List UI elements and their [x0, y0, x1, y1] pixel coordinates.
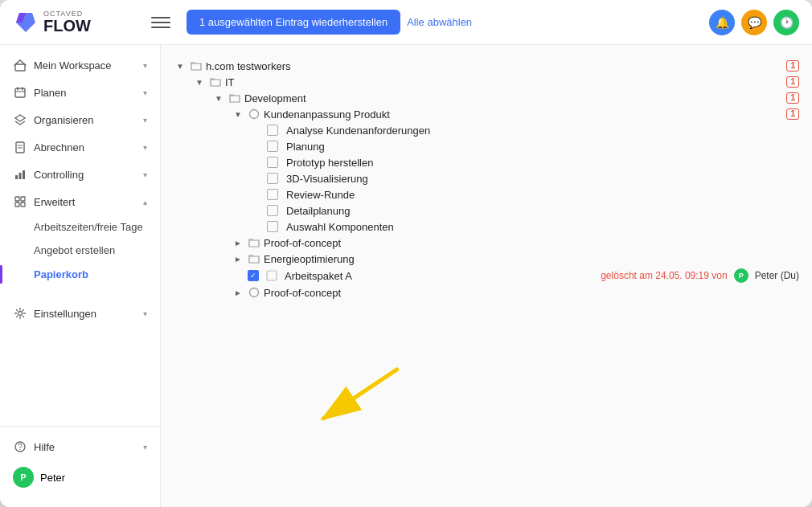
svg-rect-11 [15, 175, 18, 179]
sidebar-bottom: ? Hilfe ▾ P Peter [0, 426, 160, 501]
sidebar-item-organisieren[interactable]: Organisieren ▾ [0, 106, 160, 133]
receipt-icon [13, 140, 27, 154]
deleted-info: gelöscht am 24.05. 09:19 von [598, 270, 728, 281]
user-profile-item[interactable]: P Peter [0, 460, 160, 494]
tree-node-label: Review-Runde [286, 189, 799, 201]
user-avatar: P [13, 467, 34, 488]
tree-node-label: Energieoptimierung [264, 253, 799, 265]
sidebar-item-erweitert[interactable]: Erweitert ▴ [0, 188, 160, 215]
tree-node-label: Prototyp herstellen [286, 157, 799, 169]
folder-icon [248, 236, 260, 249]
chevron-icon: ▾ [143, 61, 147, 70]
sidebar-item-einstellungen[interactable]: Einstellungen ▾ [0, 300, 160, 327]
main-content: Mein Workspace ▾ Planen ▾ Organisieren ▾ [0, 45, 812, 507]
chevron-icon: ▾ [143, 309, 147, 318]
svg-marker-7 [15, 115, 25, 121]
tree-badge: 1 [786, 60, 799, 72]
tree-row: ▼ Kundenanpassung Produkt 1 [174, 106, 799, 122]
svg-rect-16 [15, 202, 19, 206]
home-icon [13, 58, 27, 72]
chart-icon [13, 167, 27, 182]
chevron-icon: ▴ [143, 198, 147, 206]
sidebar-item-papierkorb[interactable]: Papierkorb [0, 262, 160, 287]
tree-row: Auswahl Komponenten [174, 219, 799, 235]
chat-icon-button[interactable]: 💬 [741, 10, 767, 35]
tree-toggle[interactable]: ► [232, 236, 244, 249]
sidebar: Mein Workspace ▾ Planen ▾ Organisieren ▾ [0, 45, 161, 507]
sidebar-item-planen[interactable]: Planen ▾ [0, 79, 160, 106]
tree-node-label: Development [244, 92, 783, 104]
chevron-icon: ▾ [143, 143, 147, 152]
tree-node-label: Detailplanung [286, 205, 799, 217]
sidebar-item-mein-workspace[interactable]: Mein Workspace ▾ [0, 51, 160, 79]
tree-node-label: Planung [286, 141, 799, 153]
svg-rect-12 [19, 173, 22, 179]
tree-row: Prototyp herstellen [174, 154, 799, 170]
sidebar-item-abrechnen[interactable]: Abrechnen ▾ [0, 133, 160, 161]
svg-rect-3 [15, 88, 25, 97]
sidebar-sub-label-arbeitszeiten: Arbeitszeiten/freie Tage [34, 221, 143, 233]
restore-button[interactable]: 1 ausgewählten Eintrag wiederherstellen [187, 10, 400, 35]
tree-badge: 1 [786, 108, 799, 120]
grid-icon [13, 194, 27, 209]
user-name-label: Peter [40, 472, 65, 484]
chevron-icon: ▾ [143, 170, 147, 179]
logo-icon [13, 10, 39, 35]
chevron-icon: ▾ [143, 443, 147, 452]
checkbox-icon[interactable] [267, 221, 278, 232]
app-window: OCTAVED FLOW 1 ausgewählten Eintrag wied… [0, 0, 812, 507]
sidebar-label-organisieren: Organisieren [34, 114, 137, 126]
tree-toggle[interactable]: ▼ [212, 92, 225, 104]
sidebar-item-hilfe[interactable]: ? Hilfe ▾ [0, 433, 160, 460]
sidebar-label-erweitert: Erweitert [34, 196, 137, 208]
tree-row: ► Energieoptimierung [174, 251, 799, 267]
sidebar-label-controlling: Controlling [34, 169, 137, 181]
tree-toggle[interactable]: ► [232, 252, 244, 265]
checkbox-checked-icon[interactable]: ✓ [248, 270, 259, 281]
folder-icon [209, 76, 222, 88]
user-name-deleted: Peter (Du) [755, 270, 799, 281]
menu-button[interactable] [151, 13, 170, 32]
layers-icon [13, 112, 27, 127]
tree-toggle[interactable]: ▼ [174, 59, 187, 72]
sidebar-label-papierkorb: Papierkorb [34, 268, 147, 280]
tree-node-label: IT [225, 76, 783, 88]
user-avatar-small: P [734, 268, 748, 283]
tree-toggle[interactable]: ► [232, 286, 244, 299]
checkbox-icon[interactable] [267, 173, 278, 184]
gear-icon [13, 306, 27, 321]
sidebar-label-hilfe: Hilfe [34, 441, 137, 453]
tree-node-label: h.com testworkers [206, 60, 783, 72]
tree-toggle[interactable]: ▼ [232, 108, 244, 121]
topbar-icons: 🔔 💬 🕐 [709, 10, 799, 35]
deselect-link[interactable]: Alle abwählen [407, 16, 472, 28]
tree-node-label: Arbeitspaket A [285, 270, 595, 282]
clock-icon-button[interactable]: 🕐 [773, 10, 799, 35]
tree-row: ► Proof-of-concept [174, 284, 799, 301]
tree-row: Analyse Kundenanforderungen [174, 122, 799, 138]
tree-row: ► Proof-of-concept [174, 235, 799, 251]
svg-rect-15 [21, 197, 25, 201]
notification-icon-button[interactable]: 🔔 [709, 10, 735, 35]
circle-icon [248, 286, 260, 299]
checkbox-icon[interactable] [267, 189, 278, 200]
tree-node-label: Kundenanpassung Produkt [264, 108, 783, 121]
checkbox-icon[interactable] [267, 157, 278, 168]
tree-row: Detailplanung [174, 202, 799, 219]
sidebar-item-controlling[interactable]: Controlling ▾ [0, 161, 160, 188]
sidebar-label-planen: Planen [34, 87, 137, 99]
topbar-actions: 1 ausgewählten Eintrag wiederherstellen … [187, 10, 699, 35]
sidebar-nav: Mein Workspace ▾ Planen ▾ Organisieren ▾ [0, 51, 160, 426]
sidebar-label-einstellungen: Einstellungen [34, 308, 137, 320]
tree-toggle[interactable]: ▼ [193, 76, 206, 88]
task-icon [265, 269, 278, 282]
checkbox-icon[interactable] [267, 125, 278, 136]
sidebar-sub-item-arbeitszeiten[interactable]: Arbeitszeiten/freie Tage [0, 215, 160, 239]
tree-row: ▼ h.com testworkers 1 [174, 58, 799, 74]
calendar-icon [13, 85, 27, 100]
sidebar-label-abrechnen: Abrechnen [34, 141, 137, 153]
checkbox-icon[interactable] [267, 205, 278, 216]
sidebar-sub-item-angebot[interactable]: Angebot erstellen [0, 239, 160, 262]
checkbox-icon[interactable] [267, 141, 278, 152]
svg-rect-14 [15, 197, 19, 201]
